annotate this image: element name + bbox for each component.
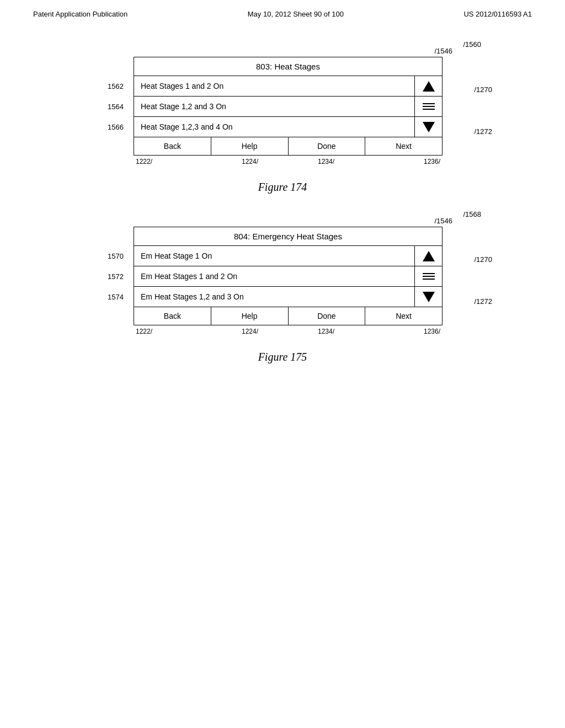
figure175-list: 1570 Em Heat Stage 1 On 1572 Em Heat Sta… [134, 246, 414, 307]
help-button-175[interactable]: Help [211, 307, 289, 325]
outer-ref-1560: /1560 [463, 40, 481, 49]
scroll-line-3-175 [423, 279, 435, 280]
figure174-container: /1560 /1546 803: Heat Stages 1562 Heat S… [89, 57, 476, 165]
scroll-lines-175 [423, 273, 435, 280]
list-item-0[interactable]: 1562 Heat Stages 1 and 2 On [134, 76, 414, 97]
scroll-line-1 [423, 103, 435, 104]
help-button-174[interactable]: Help [211, 137, 289, 155]
list-item-em-2[interactable]: 1574 Em Heat Stages 1,2 and 3 On [134, 287, 414, 307]
next-button-174[interactable]: Next [365, 137, 442, 155]
outer-ref-1568: /1568 [463, 210, 481, 218]
down-arrow-175[interactable] [415, 287, 442, 307]
header-right: US 2012/0116593 A1 [463, 10, 532, 18]
diagram-ref-1546-bot: /1546 [434, 217, 452, 225]
scroll-line-1-175 [423, 273, 435, 274]
list-item-2[interactable]: 1566 Heat Stage 1,2,3 and 4 On [134, 117, 414, 137]
figure175-buttons: Back Help Done Next [134, 307, 442, 325]
button-refs-175: 1222/ 1224/ 1234/ 1236/ [134, 328, 443, 335]
back-button-174[interactable]: Back [134, 137, 211, 155]
triangle-up-icon-175 [423, 251, 435, 261]
figure174-diagram: 803: Heat Stages 1562 Heat Stages 1 and … [134, 57, 443, 156]
up-arrow-174[interactable] [415, 76, 442, 97]
figure174-arrows [414, 76, 442, 137]
header-left: Patent Application Publication [33, 10, 127, 18]
ref-1566: 1566 [108, 123, 124, 131]
ref-1572: 1572 [108, 272, 124, 281]
button-refs-174: 1222/ 1224/ 1234/ 1236/ [134, 158, 443, 165]
ref-1570: 1570 [108, 252, 124, 260]
up-arrow-175[interactable] [415, 246, 442, 266]
back-button-175[interactable]: Back [134, 307, 211, 325]
next-button-175[interactable]: Next [365, 307, 442, 325]
up-arrow-ref-174: /1270 [474, 85, 492, 94]
done-button-174[interactable]: Done [289, 137, 366, 155]
scroll-line-2 [423, 106, 435, 107]
triangle-up-icon [423, 81, 435, 92]
done-button-175[interactable]: Done [289, 307, 366, 325]
scroll-indicator-174 [415, 97, 442, 117]
list-item-em-0[interactable]: 1570 Em Heat Stage 1 On [134, 246, 414, 266]
figure174-wrapper: /1560 /1546 803: Heat Stages 1562 Heat S… [0, 57, 565, 194]
scroll-lines [423, 103, 435, 110]
page-header: Patent Application Publication May 10, 2… [0, 0, 565, 24]
diagram-ref-1546-top: /1546 [434, 47, 452, 55]
down-arrow-ref-175: /1272 [474, 297, 492, 306]
triangle-down-icon-175 [423, 292, 435, 302]
header-middle: May 10, 2012 Sheet 90 of 100 [248, 10, 344, 18]
figure174-title: 803: Heat Stages [134, 57, 442, 76]
figure174-body: 1562 Heat Stages 1 and 2 On 1564 Heat St… [134, 76, 442, 137]
down-arrow-ref-174: /1272 [474, 127, 492, 136]
figure174-caption: Figure 174 [0, 181, 565, 194]
figure175-arrows [414, 246, 442, 307]
figure175-container: /1568 /1546 804: Emergency Heat Stages 1… [89, 227, 476, 335]
triangle-down-icon [423, 122, 435, 132]
list-item-em-1[interactable]: 1572 Em Heat Stages 1 and 2 On [134, 266, 414, 287]
figure174-buttons: Back Help Done Next [134, 137, 442, 155]
figure175-title: 804: Emergency Heat Stages [134, 227, 442, 246]
figure175-diagram: 804: Emergency Heat Stages 1570 Em Heat … [134, 227, 443, 325]
figure175-caption: Figure 175 [0, 351, 565, 363]
ref-1562: 1562 [108, 82, 124, 90]
ref-1574: 1574 [108, 293, 124, 301]
scroll-line-3 [423, 109, 435, 110]
list-item-1[interactable]: 1564 Heat Stage 1,2 and 3 On [134, 97, 414, 117]
scroll-line-2-175 [423, 276, 435, 277]
figure175-wrapper: /1568 /1546 804: Emergency Heat Stages 1… [0, 227, 565, 363]
scroll-indicator-175 [415, 266, 442, 287]
up-arrow-ref-175: /1270 [474, 255, 492, 264]
figure174-list: 1562 Heat Stages 1 and 2 On 1564 Heat St… [134, 76, 414, 137]
down-arrow-174[interactable] [415, 117, 442, 137]
ref-1564: 1564 [108, 103, 124, 111]
figure175-body: 1570 Em Heat Stage 1 On 1572 Em Heat Sta… [134, 246, 442, 307]
